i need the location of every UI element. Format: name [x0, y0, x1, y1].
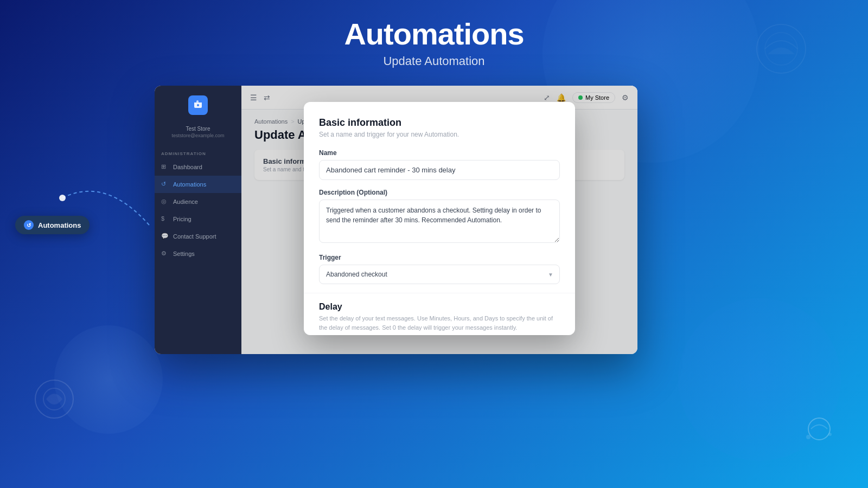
delay-section-title: Delay	[319, 302, 560, 312]
delay-section: Delay Set the delay of your text message…	[319, 302, 560, 332]
sidebar-logo	[155, 86, 241, 121]
description-form-group: Description (Optional) Triggered when a …	[319, 189, 560, 245]
svg-point-7	[59, 195, 66, 201]
delay-section-description: Set the delay of your text messages. Use…	[319, 314, 560, 332]
sidebar-item-label: Pricing	[173, 216, 192, 222]
sidebar-item-label: Automations	[173, 181, 206, 188]
name-input[interactable]	[319, 160, 560, 180]
modal-title: Basic information	[319, 117, 560, 129]
modal-divider	[304, 293, 575, 293]
trigger-select[interactable]: Abandoned checkout Order created Order f…	[319, 265, 560, 284]
deco-right	[803, 415, 835, 445]
sidebar-item-label: Settings	[173, 251, 195, 257]
sidebar-user: Test Store teststore@example.com	[155, 121, 241, 147]
name-label: Name	[319, 149, 560, 157]
sidebar-section-label: ADMINISTRATION	[155, 147, 241, 158]
automations-icon: ↺	[161, 181, 169, 188]
svg-point-8	[197, 104, 199, 106]
trigger-form-group: Trigger Abandoned checkout Order created…	[319, 254, 560, 284]
basic-info-modal: Basic information Set a name and trigger…	[304, 102, 575, 335]
main-content: ☰ ⇄ ⤢ 🔔 My Store ⚙ Automations > Update …	[241, 86, 637, 354]
sidebar-item-audience[interactable]: ◎ Audience	[155, 193, 241, 210]
sidebar: Test Store teststore@example.com ADMINIS…	[155, 86, 241, 354]
floating-label-text: Automations	[38, 221, 81, 229]
sidebar-email: teststore@example.com	[161, 133, 235, 138]
floating-label-icon: ↺	[24, 220, 34, 230]
sidebar-item-automations[interactable]: ↺ Automations	[155, 176, 241, 193]
app-container: Test Store teststore@example.com ADMINIS…	[155, 86, 637, 354]
contact-support-icon: 💬	[161, 233, 169, 240]
trigger-select-wrapper: Abandoned checkout Order created Order f…	[319, 265, 560, 284]
sidebar-item-pricing[interactable]: $ Pricing	[155, 210, 241, 228]
modal-overlay: Basic information Set a name and trigger…	[241, 86, 637, 354]
svg-point-4	[828, 433, 832, 436]
trigger-label: Trigger	[319, 254, 560, 261]
sidebar-item-dashboard[interactable]: ⊞ Dashboard	[155, 158, 241, 176]
dashboard-icon: ⊞	[161, 163, 169, 171]
sidebar-item-settings[interactable]: ⚙ Settings	[155, 245, 241, 262]
pricing-icon: $	[161, 215, 169, 223]
sidebar-item-label: Contact Support	[173, 233, 216, 240]
sidebar-username: Test Store	[161, 126, 235, 132]
page-title: Automations	[0, 17, 868, 51]
audience-icon: ◎	[161, 198, 169, 206]
description-textarea[interactable]: Triggered when a customer abandons a che…	[319, 200, 560, 243]
sidebar-item-label: Audience	[173, 198, 198, 205]
floating-automations-label: ↺ Automations	[15, 216, 90, 234]
deco-left	[33, 377, 76, 423]
settings-icon: ⚙	[161, 250, 169, 258]
page-header: Automations Update Automation	[0, 0, 868, 79]
page-subtitle: Update Automation	[0, 54, 868, 68]
sidebar-item-label: Dashboard	[173, 164, 202, 170]
svg-point-3	[806, 435, 810, 439]
modal-subtitle: Set a name and trigger for your new Auto…	[319, 131, 560, 138]
description-label: Description (Optional)	[319, 189, 560, 196]
logo-icon	[188, 95, 208, 115]
name-form-group: Name	[319, 149, 560, 180]
sidebar-item-contact-support[interactable]: 💬 Contact Support	[155, 228, 241, 245]
